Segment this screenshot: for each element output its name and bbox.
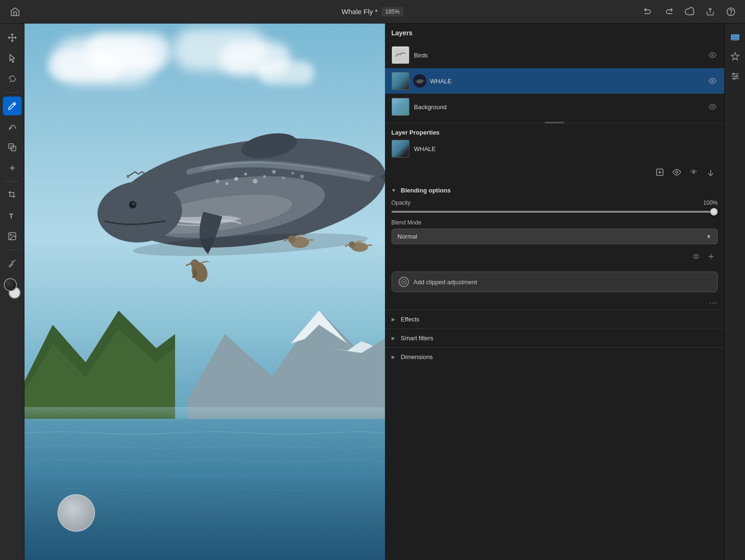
smart-filters-title: Smart filters: [401, 335, 433, 342]
svg-point-21: [253, 179, 257, 184]
layer-name-whale: WHALE: [430, 78, 703, 85]
settings-panel-button[interactable]: [727, 68, 744, 85]
merge-down-button[interactable]: [704, 165, 718, 179]
text-tool[interactable]: T: [3, 206, 22, 225]
layer-item-whale[interactable]: WHALE: [385, 68, 725, 94]
add-clipped-adjustment-button[interactable]: Add clipped adjustment: [392, 272, 718, 292]
bird-1: [126, 169, 152, 188]
blend-mode-select[interactable]: Normal ▼: [392, 229, 718, 244]
brush-size-indicator: [57, 494, 95, 532]
document-title: Whale Fly *: [342, 8, 378, 16]
birds-thumb-icon: [393, 48, 408, 62]
heal-tool[interactable]: [3, 159, 22, 177]
main-layout: T: [0, 24, 745, 560]
svg-point-61: [733, 78, 735, 79]
add-clipped-label: Add clipped adjustment: [414, 279, 477, 286]
zoom-level[interactable]: 185%: [381, 7, 403, 16]
opacity-slider-thumb[interactable]: [710, 208, 718, 216]
properties-layer-info: WHALE: [385, 138, 725, 163]
right-container: Layers Birds: [385, 24, 745, 560]
canvas-scene: [24, 24, 385, 560]
effects-title: Effects: [401, 316, 420, 323]
dimensions-title: Dimensions: [401, 353, 433, 360]
blend-mode-row: Blend Mode Normal ▼: [392, 219, 718, 244]
properties-thumb: [392, 140, 409, 158]
canvas-area[interactable]: [24, 24, 385, 560]
layer-visibility-background[interactable]: [707, 102, 718, 112]
svg-marker-4: [10, 55, 15, 63]
pass-through-icon[interactable]: [705, 250, 718, 263]
svg-point-27: [291, 172, 294, 175]
brush-tool[interactable]: [3, 96, 22, 115]
properties-layer-name: WHALE: [414, 145, 436, 152]
adjustments-panel-button[interactable]: [727, 48, 744, 65]
layers-panel-button[interactable]: [727, 28, 744, 45]
layers-header: Layers: [385, 24, 725, 42]
add-effect-button[interactable]: [653, 165, 667, 179]
properties-actions: [385, 163, 725, 183]
blending-title: Blending options: [401, 187, 451, 194]
layer-visibility-whale[interactable]: [707, 76, 718, 86]
svg-point-42: [416, 79, 423, 83]
image-tool[interactable]: [3, 227, 22, 246]
svg-point-39: [191, 259, 199, 268]
home-button[interactable]: [8, 4, 23, 19]
clipped-icon: [399, 277, 409, 287]
cloud-button[interactable]: [683, 5, 696, 18]
layer-item-birds[interactable]: Birds: [385, 42, 725, 68]
eyedropper-tool[interactable]: [3, 254, 22, 272]
opacity-slider[interactable]: [392, 211, 718, 213]
svg-text:T: T: [9, 212, 13, 220]
blending-options-header[interactable]: ▼ Blending options: [385, 183, 725, 198]
selection-tool[interactable]: [3, 49, 22, 68]
svg-point-9: [10, 234, 11, 236]
effects-section: ▶ Effects: [385, 310, 725, 328]
top-bar-right: [641, 5, 737, 18]
svg-rect-55: [731, 35, 739, 36]
svg-marker-58: [731, 53, 739, 60]
lasso-tool[interactable]: [3, 70, 22, 88]
opacity-label: Opacity: [392, 200, 411, 206]
layer-item-background[interactable]: Background: [385, 94, 725, 120]
alpha-lock-button[interactable]: [687, 165, 701, 179]
dimensions-header[interactable]: ▶ Dimensions: [385, 348, 725, 366]
smart-filters-chevron: ▶: [392, 336, 397, 341]
composite-icon[interactable]: [689, 250, 703, 263]
dimensions-chevron: ▶: [392, 354, 397, 360]
smart-filters-header[interactable]: ▶ Smart filters: [385, 329, 725, 347]
panel-resize-handle[interactable]: [385, 120, 725, 124]
svg-point-19: [234, 177, 238, 181]
crop-tool[interactable]: [3, 185, 22, 204]
layer-thumb-bg: [392, 98, 409, 116]
tool-separator-1: [5, 92, 19, 93]
undo-button[interactable]: [641, 5, 655, 18]
redo-button[interactable]: [662, 5, 675, 18]
help-button[interactable]: [724, 5, 737, 18]
bird-2: [283, 226, 316, 254]
cloud-6: [258, 61, 314, 85]
layer-properties-panel: Layer Properties WHALE: [385, 124, 725, 560]
svg-point-41: [712, 54, 713, 56]
properties-section-title: Layer Properties: [392, 129, 440, 136]
move-tool[interactable]: [3, 28, 22, 47]
whale-svg: [72, 99, 385, 268]
bird-4: [184, 254, 215, 285]
share-button[interactable]: [704, 5, 717, 18]
foreground-color[interactable]: [4, 278, 17, 291]
whale-icon: [415, 76, 425, 86]
top-bar: Whale Fly * 185%: [0, 0, 745, 24]
cloud-3: [48, 52, 123, 80]
svg-point-20: [244, 173, 247, 176]
effects-header[interactable]: ▶ Effects: [385, 310, 725, 328]
blend-mode-extra-icons: [385, 250, 725, 268]
more-options-row: ···: [385, 296, 725, 310]
more-options-button[interactable]: ···: [709, 298, 718, 308]
clone-tool[interactable]: [3, 138, 22, 157]
layer-visibility-birds[interactable]: [707, 50, 718, 60]
top-bar-left: [8, 4, 23, 19]
layers-section: Layers Birds: [385, 24, 725, 120]
layer-visibility-toggle[interactable]: [670, 165, 684, 179]
svg-point-26: [216, 179, 219, 183]
smudge-tool[interactable]: [3, 117, 22, 136]
blending-chevron: ▼: [392, 188, 398, 193]
